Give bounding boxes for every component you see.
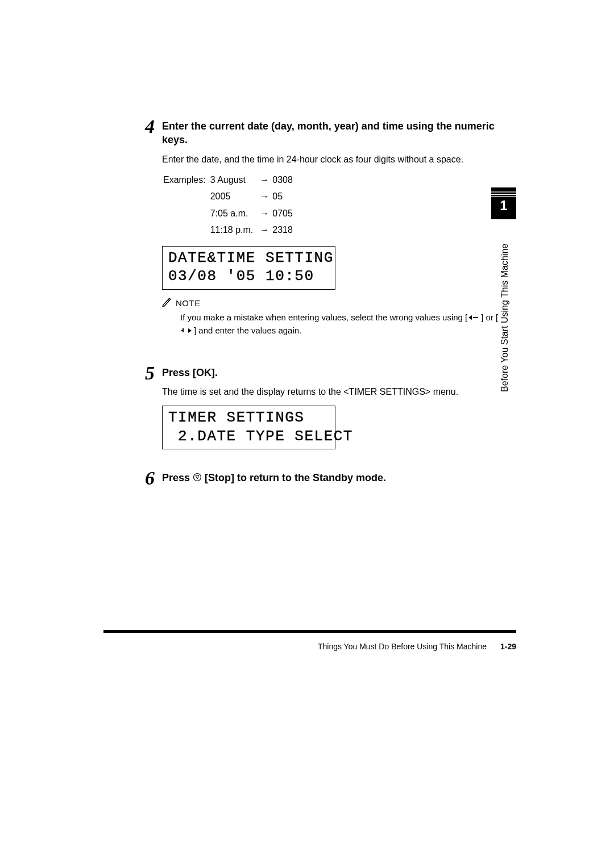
svg-rect-3 xyxy=(182,328,184,332)
left-key-icon xyxy=(467,312,481,324)
step-body: Press [OK]. The time is set and the disp… xyxy=(162,366,512,457)
right-key-icon xyxy=(180,325,194,337)
arrow-icon: → xyxy=(258,172,271,188)
step-title: Press [OK]. xyxy=(162,366,512,379)
svg-marker-4 xyxy=(188,328,192,333)
table-row: 11:18 p.m. → 2318 xyxy=(163,222,296,238)
step-number: 6 xyxy=(145,469,162,491)
footer: Things You Must Do Before Using This Mac… xyxy=(318,642,516,651)
lcd-display: TIMER SETTINGS 2.DATE TYPE SELECT xyxy=(162,406,335,449)
step-5: 5 Press [OK]. The time is set and the di… xyxy=(145,366,512,457)
step-desc: Enter the date, and the time in 24-hour … xyxy=(162,153,512,166)
lcd-line-1: TIMER SETTINGS xyxy=(168,408,329,427)
note-text: If you make a mistake when entering valu… xyxy=(180,311,512,337)
svg-point-5 xyxy=(194,474,201,481)
svg-marker-6 xyxy=(196,475,199,479)
footer-rule xyxy=(103,630,516,633)
table-row: 7:05 a.m. → 0705 xyxy=(163,206,296,222)
step-6: 6 Press [Stop] to return to the Standby … xyxy=(145,471,512,491)
step-body: Enter the current date (day, month, year… xyxy=(162,119,512,352)
step-4: 4 Enter the current date (day, month, ye… xyxy=(145,119,512,352)
step-body: Press [Stop] to return to the Standby mo… xyxy=(162,471,512,491)
svg-marker-0 xyxy=(468,315,472,320)
step-title: Press [Stop] to return to the Standby mo… xyxy=(162,471,512,485)
page-number: 1-29 xyxy=(500,642,516,651)
chapter-title-vertical: Before You Start Using This Machine xyxy=(500,233,510,392)
arrow-icon: → xyxy=(258,206,271,222)
note-label: NOTE xyxy=(176,298,201,308)
step-number: 4 xyxy=(145,117,162,352)
chapter-tab: 1 xyxy=(491,187,516,219)
lcd-display: DATE&TIME SETTING 03/08 '05 10:50 xyxy=(162,246,335,290)
arrow-icon: → xyxy=(258,222,271,238)
chapter-number: 1 xyxy=(491,198,516,214)
note: NOTE If you make a mistake when entering… xyxy=(162,298,512,337)
table-row: 2005 → 05 xyxy=(163,189,296,205)
examples-label: Examples: xyxy=(163,172,209,188)
lcd-line-2: 2.DATE TYPE SELECT xyxy=(168,427,329,446)
tab-decor xyxy=(491,191,516,197)
examples-table: Examples: 3 August → 0308 2005 → 05 7:05… xyxy=(162,171,297,239)
lcd-line-1: DATE&TIME SETTING xyxy=(168,249,329,268)
stop-key-icon xyxy=(193,471,202,485)
arrow-icon: → xyxy=(258,189,271,205)
lcd-line-2: 03/08 '05 10:50 xyxy=(168,267,329,286)
step-desc: The time is set and the display returns … xyxy=(162,385,512,399)
table-row: Examples: 3 August → 0308 xyxy=(163,172,296,188)
step-title: Enter the current date (day, month, year… xyxy=(162,119,512,147)
footer-section: Things You Must Do Before Using This Mac… xyxy=(318,642,487,651)
step-number: 5 xyxy=(145,364,162,457)
svg-rect-1 xyxy=(473,317,478,318)
pencil-icon xyxy=(162,298,172,309)
